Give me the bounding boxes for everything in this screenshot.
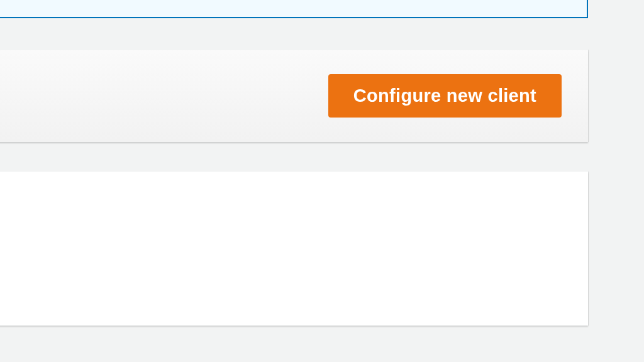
action-bar: Configure new client: [0, 50, 588, 142]
configure-new-client-button[interactable]: Configure new client: [328, 74, 562, 118]
content-panel: [0, 172, 588, 326]
info-alert-panel: [0, 0, 588, 18]
